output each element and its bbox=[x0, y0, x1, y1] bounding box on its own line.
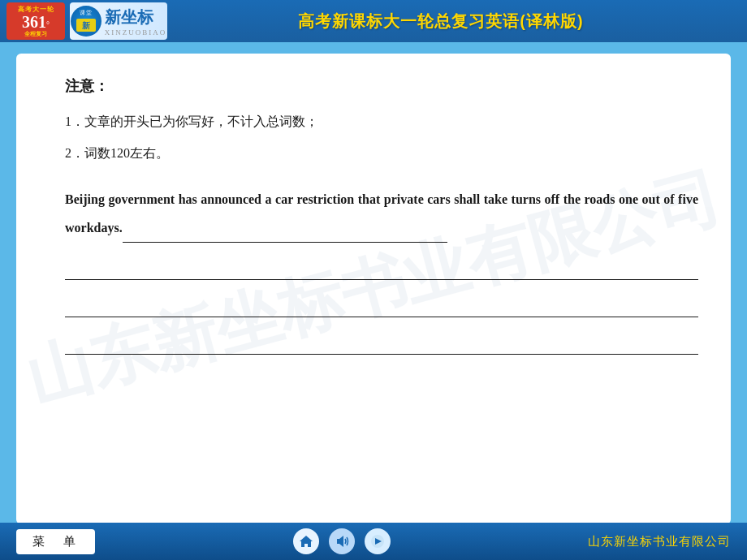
logo1-bottom: 全程复习 bbox=[24, 30, 47, 38]
logo1: 高考大一轮 361 ° 全程复习 bbox=[6, 2, 65, 40]
content: 注意： 1．文章的开头已为你写好，不计入总词数； 2．词数120左右。 Beij… bbox=[65, 76, 698, 355]
svg-marker-3 bbox=[337, 536, 343, 547]
logo1-top: 高考大一轮 bbox=[18, 5, 54, 14]
footer-icons bbox=[293, 528, 391, 554]
menu-button[interactable]: 菜 单 bbox=[16, 529, 95, 554]
ketang-circle: 课堂 新 bbox=[71, 6, 101, 37]
next-icon bbox=[369, 533, 386, 549]
logo2: 课堂 新 新坐标 XINZUOBIAO bbox=[70, 2, 167, 40]
logo1-degree: ° bbox=[46, 20, 50, 29]
footer: 菜 单 山东新坐标书业有限公司 bbox=[0, 523, 747, 560]
writing-prompt: Beijing government has announced a car r… bbox=[65, 185, 698, 243]
notice-item-2: 2．词数120左右。 bbox=[65, 145, 698, 162]
svg-text:新: 新 bbox=[82, 21, 90, 30]
sound-icon-button[interactable] bbox=[329, 528, 355, 554]
header-title: 高考新课标大一轮总复习英语(译林版) bbox=[298, 11, 583, 32]
next-icon-button[interactable] bbox=[365, 528, 391, 554]
answer-line-1 bbox=[65, 251, 698, 280]
prompt-text: Beijing government has announced a car r… bbox=[65, 192, 698, 235]
home-icon-button[interactable] bbox=[293, 528, 319, 554]
notice-title: 注意： bbox=[65, 76, 698, 96]
main-content-area: 山东新坐标书业有限公司 注意： 1．文章的开头已为你写好，不计入总词数； 2．词… bbox=[16, 54, 731, 524]
svg-marker-2 bbox=[300, 536, 313, 547]
header: 高考大一轮 361 ° 全程复习 课堂 新 新坐标 XINZUOBIAO bbox=[0, 0, 747, 42]
logo2-pinyin: XINZUOBIAO bbox=[105, 28, 167, 37]
answer-line-3 bbox=[65, 325, 698, 355]
answer-line-2 bbox=[65, 288, 698, 317]
header-left: 高考大一轮 361 ° 全程复习 课堂 新 新坐标 XINZUOBIAO bbox=[0, 2, 167, 40]
sound-icon bbox=[334, 533, 350, 549]
footer-company: 山东新坐标书业有限公司 bbox=[588, 534, 731, 549]
home-icon bbox=[298, 533, 314, 549]
continuation-underline bbox=[123, 213, 447, 243]
header-title-area: 高考新课标大一轮总复习英语(译林版) bbox=[167, 11, 747, 32]
logo2-xin: 新坐标 bbox=[105, 6, 167, 28]
ketang-logo-svg: 新 bbox=[75, 17, 97, 33]
logo1-number: 361 bbox=[22, 14, 46, 30]
notice-item-1: 1．文章的开头已为你写好，不计入总词数； bbox=[65, 114, 698, 131]
